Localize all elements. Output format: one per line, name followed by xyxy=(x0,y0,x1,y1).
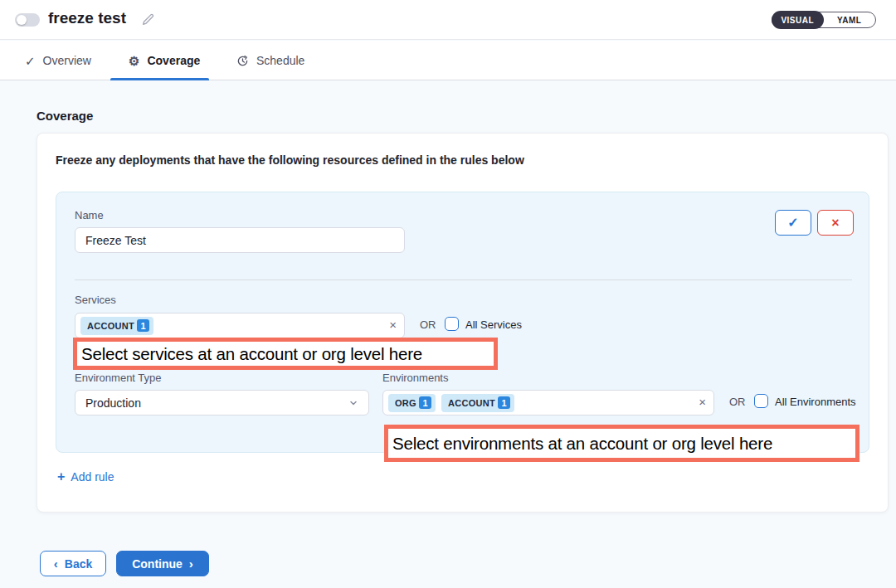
section-title: Coverage xyxy=(37,109,93,123)
service-chip-account[interactable]: ACCOUNT 1 xyxy=(80,317,153,335)
clear-environments-icon[interactable]: × xyxy=(699,396,706,408)
tab-bar: ✓ Overview ⚙ Coverage Schedule xyxy=(0,41,896,80)
freeze-title: freeze test xyxy=(48,9,126,27)
check-icon: ✓ xyxy=(787,215,798,231)
chip-label: ORG xyxy=(395,398,416,408)
tab-coverage[interactable]: ⚙ Coverage xyxy=(129,41,200,80)
name-input[interactable] xyxy=(75,227,405,253)
continue-label: Continue xyxy=(132,557,183,571)
back-button[interactable]: ‹ Back xyxy=(40,551,106,576)
chevron-right-icon: › xyxy=(189,556,193,571)
toggle-knob xyxy=(17,15,27,25)
environment-type-select[interactable]: Production xyxy=(75,390,369,415)
annotation-services-callout: Select services at an account or org lev… xyxy=(73,338,498,370)
tab-coverage-label: Coverage xyxy=(147,54,200,67)
chevron-left-icon: ‹ xyxy=(54,556,58,571)
tab-schedule[interactable]: Schedule xyxy=(236,41,304,80)
tab-schedule-label: Schedule xyxy=(256,54,304,67)
top-header: freeze test VISUAL YAML xyxy=(0,0,896,40)
name-label: Name xyxy=(75,209,104,221)
continue-button[interactable]: Continue › xyxy=(116,551,209,576)
all-services-checkbox[interactable] xyxy=(445,317,459,331)
plus-icon: + xyxy=(57,470,65,484)
tab-overview-label: Overview xyxy=(43,54,91,67)
annotation-text: Select environments at an account or org… xyxy=(392,434,772,454)
clear-services-icon[interactable]: × xyxy=(389,318,397,331)
back-label: Back xyxy=(65,557,92,571)
active-tab-underline xyxy=(110,78,209,80)
confirm-rule-button[interactable]: ✓ xyxy=(775,210,811,236)
delete-rule-button[interactable]: × xyxy=(817,210,854,236)
environments-or-label: OR xyxy=(729,396,746,408)
annotation-environments-callout: Select environments at an account or org… xyxy=(384,425,859,462)
close-icon: × xyxy=(831,216,839,231)
yaml-mode-button[interactable]: YAML xyxy=(824,12,876,28)
chip-count-badge: 1 xyxy=(498,396,510,409)
environment-type-label: Environment Type xyxy=(75,372,162,384)
add-rule-button[interactable]: + Add rule xyxy=(57,470,114,484)
environment-chip-account[interactable]: ACCOUNT 1 xyxy=(441,394,514,412)
rule-panel: Name ✓ × Services ACCOUNT 1 × OR All Ser… xyxy=(56,192,869,453)
environments-label: Environments xyxy=(382,372,448,384)
chip-label: ACCOUNT xyxy=(448,398,495,408)
chip-count-badge: 1 xyxy=(137,319,149,332)
freeze-enabled-toggle[interactable] xyxy=(15,13,40,27)
card-description: Freeze any deployments that have the fol… xyxy=(56,153,524,167)
environments-multiselect[interactable]: ORG 1 ACCOUNT 1 × xyxy=(382,390,714,415)
environment-type-value: Production xyxy=(85,396,141,410)
schedule-clock-icon xyxy=(236,55,249,67)
tab-overview[interactable]: ✓ Overview xyxy=(25,41,91,80)
all-environments-checkbox[interactable] xyxy=(754,394,768,408)
services-multiselect[interactable]: ACCOUNT 1 × xyxy=(75,313,405,338)
services-or-label: OR xyxy=(420,318,436,331)
services-label: Services xyxy=(75,294,116,306)
visual-yaml-toggle: VISUAL YAML xyxy=(772,12,876,28)
chip-label: ACCOUNT xyxy=(87,321,134,331)
environment-chip-org[interactable]: ORG 1 xyxy=(388,394,436,412)
edit-pencil-icon[interactable] xyxy=(141,12,155,27)
annotation-text: Select services at an account or org lev… xyxy=(81,344,422,364)
visual-mode-button[interactable]: VISUAL xyxy=(772,11,824,29)
chevron-down-icon xyxy=(348,398,358,408)
add-rule-label: Add rule xyxy=(71,470,114,484)
all-environments-label: All Environments xyxy=(775,396,856,408)
chip-count-badge: 1 xyxy=(419,396,431,409)
all-services-label: All Services xyxy=(465,318,522,331)
gear-icon: ⚙ xyxy=(129,55,139,67)
check-icon: ✓ xyxy=(25,55,36,67)
panel-divider xyxy=(75,279,852,280)
